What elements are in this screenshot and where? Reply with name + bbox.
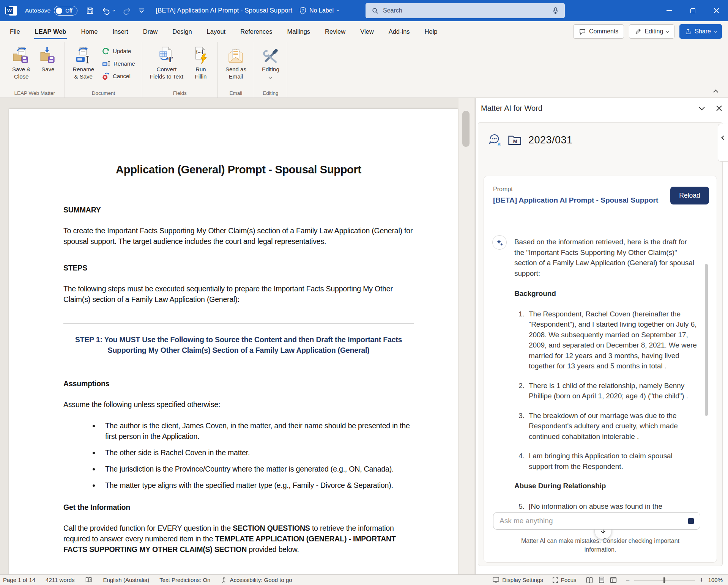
doc-steps-heading: STEPS <box>63 263 414 273</box>
doc-bullet: The jurisdiction is the Province/Country… <box>100 464 414 474</box>
search-bar[interactable] <box>366 3 565 18</box>
minimize-button[interactable] <box>657 0 681 21</box>
matter-header: AI M 2023/031 <box>478 123 722 151</box>
panel-side-rail[interactable] <box>718 124 728 162</box>
send-email-label-2: Email <box>229 73 243 80</box>
customize-toolbar-icon[interactable] <box>139 8 144 13</box>
page-indicator[interactable]: Page 1 of 14 <box>3 577 35 583</box>
doc-get-info-text: Call the provided function for EVERY que… <box>63 523 414 555</box>
share-dropdown-icon <box>714 29 717 33</box>
cancel-button[interactable]: Cancel <box>99 71 137 82</box>
autosave-toggle[interactable]: Off <box>54 6 77 16</box>
read-mode-icon[interactable] <box>586 577 593 583</box>
zoom-slider[interactable] <box>634 580 695 580</box>
toggle-knob <box>56 8 62 14</box>
title-bar: W AutoSave Off [BETA] Application AI Pro… <box>0 0 728 21</box>
proofing-errors-icon[interactable] <box>85 577 93 583</box>
stop-generation-button[interactable] <box>688 518 694 524</box>
focus-button[interactable]: Focus <box>552 577 577 583</box>
accessibility-label: Accessibility: Good to go <box>230 577 292 583</box>
ai-message: Based on the information retrieved, here… <box>484 222 717 522</box>
doc-title: Application (General) Prompt - Spousal S… <box>63 164 414 175</box>
tab-home[interactable]: Home <box>81 21 98 42</box>
tab-add-ins[interactable]: Add-ins <box>389 21 410 42</box>
zoom-slider-thumb[interactable] <box>663 577 665 583</box>
search-input[interactable] <box>383 7 548 14</box>
chat-input[interactable] <box>500 517 688 525</box>
dictate-mic-icon[interactable] <box>552 7 559 15</box>
tab-layout[interactable]: Layout <box>207 21 226 42</box>
print-layout-icon[interactable] <box>599 577 605 583</box>
maximize-button[interactable] <box>681 0 704 21</box>
accessibility-status[interactable]: Accessibility: Good to go <box>221 577 292 583</box>
panel-title: Matter AI for Word <box>481 104 542 113</box>
doc-summary-text: To create the Important Facts Supporting… <box>63 225 414 247</box>
convert-fields-icon: T <box>158 45 176 64</box>
redo-button[interactable] <box>122 6 131 15</box>
tab-help[interactable]: Help <box>425 21 438 42</box>
display-settings-label: Display Settings <box>502 577 543 583</box>
rename-and-save-button[interactable]: Rename& Save <box>69 44 97 89</box>
send-email-label-1: Send as <box>225 66 246 72</box>
display-settings-icon <box>492 577 500 583</box>
convert-label-2: Fields to Text <box>150 73 183 80</box>
zoom-out-button[interactable]: − <box>626 577 630 583</box>
matter-ai-panel: Matter AI for Word AI M 2023/031 Prompt … <box>475 98 728 574</box>
run-fillin-button[interactable]: {...} RunFillin <box>189 44 213 89</box>
convert-fields-button[interactable]: T ConvertFields to Text <box>147 44 186 89</box>
prompt-title[interactable]: [BETA] Application AI Prompt - Spousal S… <box>493 196 671 204</box>
chat-response-area[interactable]: Based on the information retrieved, here… <box>484 222 717 530</box>
shield-icon: ? <box>299 6 307 15</box>
word-app-icon[interactable]: W <box>5 5 17 16</box>
document-scrollbar[interactable] <box>459 98 474 574</box>
update-button[interactable]: Update <box>99 46 137 57</box>
save-and-close-button[interactable]: Save &Close <box>9 44 33 89</box>
send-as-email-button[interactable]: Send asEmail <box>222 44 249 89</box>
group-leap-web-matter: Save &Close Save LEAP Web Matter <box>5 42 65 98</box>
tab-draw[interactable]: Draw <box>143 21 158 42</box>
tab-view[interactable]: View <box>360 21 373 42</box>
text-predictions-indicator[interactable]: Text Predictions: On <box>159 577 210 583</box>
chat-input-box[interactable] <box>493 512 700 530</box>
display-settings-button[interactable]: Display Settings <box>492 577 543 583</box>
tab-insert[interactable]: Insert <box>112 21 128 42</box>
matter-folder-icon[interactable]: M <box>508 134 522 146</box>
rename-button[interactable]: Rename <box>99 58 137 69</box>
web-layout-icon[interactable] <box>610 577 617 583</box>
document-scrollbar-thumb[interactable] <box>462 111 470 147</box>
tab-mailings[interactable]: Mailings <box>287 21 310 42</box>
tab-leap-web[interactable]: LEAP Web <box>35 21 66 42</box>
zoom-controls: − + 100% <box>626 577 723 583</box>
undo-dropdown-icon[interactable] <box>112 9 115 11</box>
autosave-state: Off <box>65 8 72 14</box>
collapse-ribbon-icon[interactable] <box>713 90 718 94</box>
close-button[interactable] <box>704 0 728 21</box>
panel-collapse-icon[interactable] <box>699 107 705 110</box>
editing-tools-button[interactable]: Editing <box>259 44 282 89</box>
svg-text:AI: AI <box>498 142 501 146</box>
tab-design[interactable]: Design <box>172 21 192 42</box>
share-button[interactable]: Share <box>679 24 722 39</box>
zoom-level[interactable]: 100% <box>708 577 723 583</box>
editing-mode-button[interactable]: Editing <box>629 24 674 39</box>
ai-message-intro: Based on the information retrieved, here… <box>514 237 697 278</box>
search-icon <box>372 7 378 14</box>
doc-assumptions-intro: Assume the following unless specified ot… <box>63 399 414 410</box>
language-indicator[interactable]: English (Australia) <box>103 577 150 583</box>
save-matter-button[interactable]: Save <box>36 44 60 89</box>
save-close-label-1: Save & <box>12 66 30 72</box>
chat-scrollbar-thumb[interactable] <box>705 264 708 416</box>
undo-button[interactable] <box>102 6 115 15</box>
comments-button[interactable]: Comments <box>573 24 624 39</box>
tab-references[interactable]: References <box>240 21 272 42</box>
panel-close-icon[interactable] <box>716 105 722 111</box>
get-info-part: Call the provided function for EVERY que… <box>63 524 233 532</box>
tab-file[interactable]: File <box>10 21 20 42</box>
reload-button[interactable]: Reload <box>670 187 709 204</box>
word-count[interactable]: 4211 words <box>46 577 74 583</box>
document-page[interactable]: Application (General) Prompt - Spousal S… <box>9 109 458 574</box>
zoom-in-button[interactable]: + <box>700 577 704 583</box>
save-icon[interactable] <box>86 6 94 15</box>
tab-review[interactable]: Review <box>325 21 345 42</box>
sensitivity-label-button[interactable]: ? No Label <box>299 6 339 15</box>
